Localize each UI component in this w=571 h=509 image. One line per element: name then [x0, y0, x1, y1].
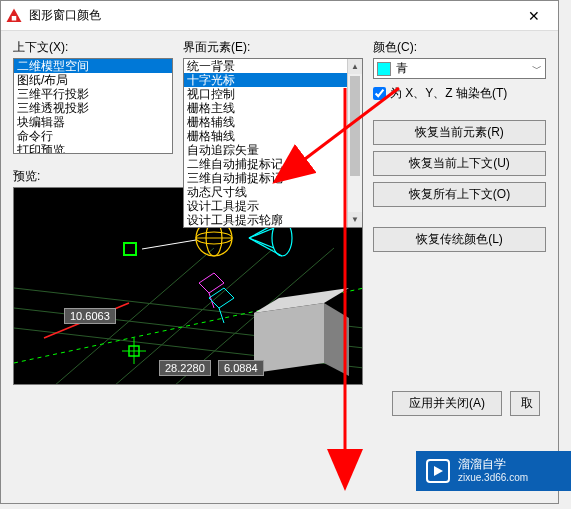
list-item[interactable]: 十字光标 — [184, 73, 347, 87]
restore-buttons: 恢复当前元素(R) 恢复当前上下文(U) 恢复所有上下文(O) 恢复传统颜色(L… — [373, 120, 546, 252]
restore-context-button[interactable]: 恢复当前上下文(U) — [373, 151, 546, 176]
window-title: 图形窗口颜色 — [29, 7, 514, 24]
top-row: 上下文(X): 二维模型空间 图纸/布局 三维平行投影 三维透视投影 块编辑器 … — [13, 39, 546, 385]
list-item[interactable]: 统一背景 — [184, 59, 347, 73]
color-name: 青 — [396, 60, 527, 77]
svg-line-21 — [249, 238, 274, 248]
preview-label: 预览: — [13, 168, 173, 185]
list-item[interactable]: 打印预览 — [14, 143, 172, 154]
play-icon — [426, 459, 450, 483]
close-button[interactable]: ✕ — [514, 2, 554, 30]
svg-line-12 — [219, 308, 224, 323]
cancel-button[interactable]: 取 — [510, 391, 540, 416]
svg-line-20 — [249, 228, 274, 238]
watermark-brand: 溜溜自学 — [458, 457, 528, 471]
list-item[interactable]: 二维模型空间 — [14, 59, 172, 73]
dialog-window: 图形窗口颜色 ✕ 上下文(X): 二维模型空间 图纸/布局 三维平行投影 三维透… — [0, 0, 559, 504]
list-item[interactable]: 栅格主线 — [184, 101, 347, 115]
svg-marker-22 — [254, 303, 324, 373]
coord-badge: 6.0884 — [218, 360, 264, 376]
scroll-thumb[interactable] — [350, 76, 360, 176]
list-item[interactable]: 三维自动捕捉标记 — [184, 171, 347, 185]
bottom-buttons: 应用并关闭(A) 取 — [13, 391, 546, 416]
svg-marker-31 — [434, 466, 443, 476]
scroll-up-icon[interactable]: ▲ — [348, 59, 362, 74]
list-item[interactable]: 设计工具提示轮廓 — [184, 213, 347, 227]
restore-all-button[interactable]: 恢复所有上下文(O) — [373, 182, 546, 207]
list-item[interactable]: 栅格轴线 — [184, 129, 347, 143]
scrollbar[interactable]: ▲ ▼ — [347, 59, 362, 227]
dialog-content: 上下文(X): 二维模型空间 图纸/布局 三维平行投影 三维透视投影 块编辑器 … — [1, 31, 558, 422]
apply-close-button[interactable]: 应用并关闭(A) — [392, 391, 502, 416]
checkbox-label: 为 X、Y、Z 轴染色(T) — [390, 85, 507, 102]
color-combobox[interactable]: 青 ﹀ — [373, 58, 546, 79]
svg-rect-10 — [124, 243, 136, 255]
color-swatch — [377, 62, 391, 76]
svg-marker-23 — [324, 303, 349, 376]
coord-badge: 28.2280 — [159, 360, 211, 376]
list-item[interactable]: 图纸/布局 — [14, 73, 172, 87]
watermark-url: zixue.3d66.com — [458, 471, 528, 485]
list-item[interactable]: 动态尺寸线 — [184, 185, 347, 199]
titlebar: 图形窗口颜色 ✕ — [1, 1, 558, 31]
uielements-label: 界面元素(E): — [183, 39, 363, 56]
svg-line-28 — [142, 240, 196, 249]
watermark: 溜溜自学 zixue.3d66.com — [416, 451, 571, 491]
color-column: 颜色(C): 青 ﹀ 为 X、Y、Z 轴染色(T) 恢复当前元素(R) 恢复当前… — [373, 39, 546, 385]
app-icon — [5, 7, 23, 25]
list-item[interactable]: 自动追踪矢量 — [184, 143, 347, 157]
list-item[interactable]: 栅格辅线 — [184, 115, 347, 129]
chevron-down-icon: ﹀ — [532, 62, 542, 76]
checkbox-input[interactable] — [373, 87, 386, 100]
svg-line-19 — [249, 238, 282, 256]
list-item[interactable]: 命令行 — [14, 129, 172, 143]
context-column: 上下文(X): 二维模型空间 图纸/布局 三维平行投影 三维透视投影 块编辑器 … — [13, 39, 173, 385]
svg-rect-1 — [12, 16, 17, 21]
list-item[interactable]: 视口控制 — [184, 87, 347, 101]
scroll-down-icon[interactable]: ▼ — [348, 212, 362, 227]
list-item[interactable]: 三维平行投影 — [14, 87, 172, 101]
list-item[interactable]: 二维自动捕捉标记 — [184, 157, 347, 171]
restore-element-button[interactable]: 恢复当前元素(R) — [373, 120, 546, 145]
color-label: 颜色(C): — [373, 39, 546, 56]
list-item[interactable]: 设计工具提示 — [184, 199, 347, 213]
uielements-listbox[interactable]: 统一背景 十字光标 视口控制 栅格主线 栅格辅线 栅格轴线 自动追踪矢量 二维自… — [183, 58, 363, 228]
coord-badge: 10.6063 — [64, 308, 116, 324]
restore-legacy-button[interactable]: 恢复传统颜色(L) — [373, 227, 546, 252]
context-listbox[interactable]: 二维模型空间 图纸/布局 三维平行投影 三维透视投影 块编辑器 命令行 打印预览 — [13, 58, 173, 154]
list-item[interactable]: 三维透视投影 — [14, 101, 172, 115]
axis-tint-checkbox[interactable]: 为 X、Y、Z 轴染色(T) — [373, 85, 546, 102]
list-item[interactable]: 块编辑器 — [14, 115, 172, 129]
context-label: 上下文(X): — [13, 39, 173, 56]
